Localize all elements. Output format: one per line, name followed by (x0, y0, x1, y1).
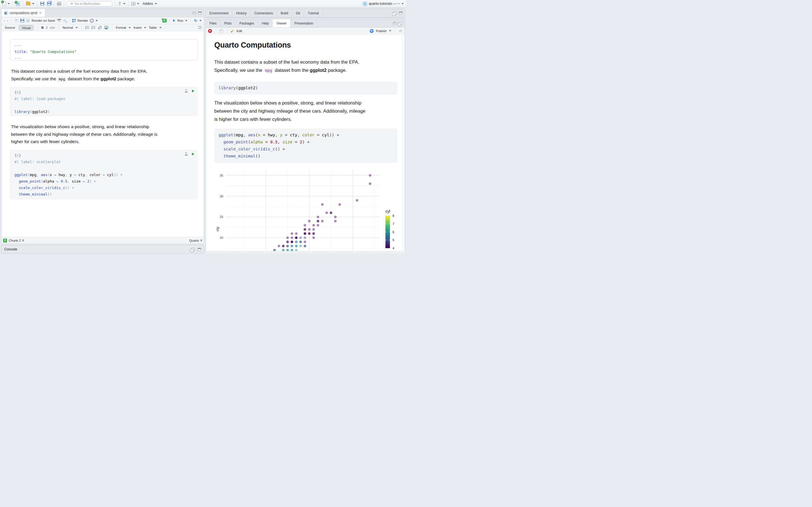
publish-dropdown[interactable] (389, 30, 391, 32)
tab-computations-qmd[interactable]: computations.qmd ✕ (1, 9, 45, 17)
run-chunk-icon[interactable] (192, 153, 194, 156)
rerun-icon[interactable]: ↻ (194, 18, 197, 23)
outline-toggle-icon[interactable] (198, 26, 202, 29)
tab-viewer[interactable]: Viewer (273, 19, 290, 27)
format-dropdown[interactable] (129, 27, 131, 29)
mode-visual-button[interactable]: Visual (19, 25, 33, 30)
maximize-pane-icon[interactable] (399, 22, 402, 25)
new-project-icon[interactable]: R+ (16, 2, 20, 6)
open-in-browser-icon[interactable] (220, 29, 223, 33)
project-dropdown[interactable] (402, 3, 404, 4)
save-all-icon[interactable] (47, 2, 51, 6)
render-button[interactable]: Render (78, 19, 88, 22)
edit-button[interactable]: Edit (237, 29, 242, 33)
render-settings-dropdown[interactable] (96, 20, 98, 21)
svg-text:30: 30 (220, 194, 223, 198)
insert-dropdown[interactable] (144, 27, 146, 29)
link-icon[interactable] (98, 25, 102, 30)
addins-menu[interactable]: Addins (143, 2, 153, 6)
forward-icon[interactable]: › (7, 18, 8, 22)
tab-plots[interactable]: Plots (220, 19, 236, 27)
run-button[interactable]: Run (177, 19, 183, 22)
restore-pane-icon[interactable] (393, 11, 397, 15)
run-chunks-above-icon[interactable] (185, 89, 188, 93)
run-chunks-above-icon[interactable] (185, 152, 188, 156)
tab-files[interactable]: Files (206, 19, 220, 27)
new-file-dropdown[interactable] (8, 3, 10, 4)
tab-help[interactable]: Help (258, 19, 273, 27)
viewer-scrollbar[interactable] (402, 35, 405, 251)
panes-dropdown[interactable] (137, 3, 139, 4)
table-dropdown[interactable] (159, 27, 161, 29)
version-control-diff-icon[interactable]: +− (118, 2, 121, 6)
chunk-nav-icon[interactable] (22, 239, 24, 242)
save-doc-icon[interactable] (20, 18, 24, 22)
editor-paragraph-1[interactable]: This dataset contains a subset of the fu… (11, 68, 192, 83)
print-icon[interactable] (57, 3, 61, 6)
run-chunk-icon[interactable] (192, 90, 194, 93)
console-header[interactable]: Console (1, 245, 204, 253)
workspace-panes-icon[interactable] (132, 2, 135, 5)
editor-document[interactable]: ---title: "Quarto Computations"--- This … (1, 33, 204, 239)
editor-paragraph-2[interactable]: The visualization below shows a positive… (11, 123, 192, 146)
refresh-viewer-icon[interactable]: ⟳ (399, 29, 402, 33)
bullet-list-icon[interactable] (86, 26, 89, 29)
chunk-status[interactable]: Chunk 2 (9, 239, 21, 242)
tab-tutorial[interactable]: Tutorial (304, 9, 323, 17)
tab-packages[interactable]: Packages (236, 19, 258, 27)
tab-git[interactable]: Git (292, 9, 304, 17)
viewer-document[interactable]: Quarto Computations This dataset contain… (206, 35, 405, 251)
save-icon[interactable] (40, 2, 44, 6)
render-on-save-checkbox[interactable]: ✓ (26, 19, 30, 22)
format-menu[interactable]: Format (116, 26, 126, 29)
yaml-front-matter[interactable]: ---title: "Quarto Computations"--- (10, 39, 198, 61)
clear-viewer-icon[interactable]: ✕ (208, 29, 212, 33)
document-type-status[interactable]: Quarto (189, 239, 199, 242)
maximize-pane-icon[interactable] (399, 11, 402, 15)
tab-build[interactable]: Build (277, 9, 292, 17)
publish-button[interactable]: Publish (376, 29, 387, 33)
insert-menu[interactable]: Insert (133, 26, 142, 29)
bold-button[interactable]: B (42, 26, 44, 29)
doc-type-dropdown-icon[interactable] (200, 239, 202, 242)
tab-history[interactable]: History (232, 9, 250, 17)
insert-chunk-icon[interactable]: C (162, 18, 167, 22)
code-chunk-scatterplot[interactable]: {r}#| label: scatterplot ggplot(mpg, aes… (10, 150, 198, 200)
maximize-pane-icon[interactable] (198, 11, 202, 15)
version-control-dropdown[interactable] (123, 3, 125, 4)
mode-visual-toggle[interactable]: Visual (18, 25, 34, 31)
tab-environment[interactable]: Environment (206, 9, 232, 17)
maximize-console-icon[interactable] (198, 248, 201, 251)
editor-tab-bar: computations.qmd ✕ (1, 9, 204, 17)
open-recent-dropdown[interactable] (32, 3, 35, 4)
code-format-button[interactable]: </> (50, 26, 55, 29)
back-icon[interactable]: ‹ (4, 18, 5, 22)
mode-source-button[interactable]: Source (4, 26, 16, 29)
numbered-list-icon[interactable] (92, 26, 95, 29)
restore-pane-icon[interactable] (191, 248, 195, 251)
paragraph-style-select[interactable]: Normal (63, 26, 73, 29)
minimize-pane-icon[interactable] (193, 11, 196, 15)
separator (128, 1, 129, 6)
new-file-icon[interactable]: + (2, 1, 6, 6)
paragraph-style-dropdown[interactable] (75, 27, 78, 29)
popout-editor-icon[interactable] (15, 19, 18, 22)
goto-file-input[interactable]: Go to file/function (67, 1, 112, 6)
tab-connections[interactable]: Connections (251, 9, 277, 17)
code-chunk-load-packages[interactable]: {r}#| label: load-packages library(ggplo… (10, 87, 198, 116)
rerun-dropdown[interactable] (199, 20, 202, 21)
image-icon[interactable] (104, 26, 108, 29)
find-replace-icon[interactable] (63, 19, 66, 22)
project-menu[interactable]: quarto-tutorials — ~ (369, 2, 400, 6)
italic-button[interactable]: I (46, 26, 47, 29)
spellcheck-icon[interactable]: ABC✓ (57, 19, 61, 22)
close-tab-icon[interactable]: ✕ (39, 11, 42, 15)
addins-dropdown[interactable] (155, 3, 157, 4)
pane-bottom-strip (206, 251, 405, 253)
minimize-pane-icon[interactable] (393, 22, 396, 25)
open-file-icon[interactable] (26, 2, 31, 5)
tab-presentation[interactable]: Presentation (291, 19, 317, 27)
table-menu[interactable]: Table (149, 26, 157, 29)
run-dropdown[interactable] (185, 20, 188, 21)
render-settings-gear-icon[interactable] (90, 19, 94, 22)
